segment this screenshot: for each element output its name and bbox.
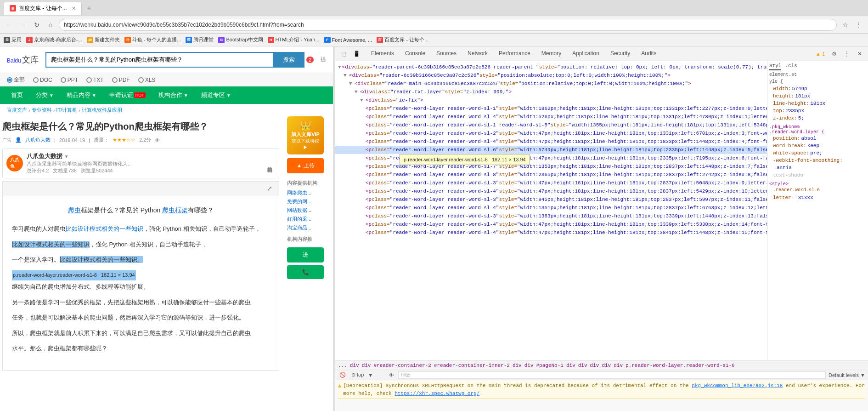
- html-line-21[interactable]: <p class= "reader-word-layer reader-word…: [335, 228, 767, 237]
- bc-div3[interactable]: div: [513, 363, 522, 368]
- bookmark-fontawesome[interactable]: F Font Awesome, ...: [324, 37, 372, 43]
- progress-btn[interactable]: 进: [287, 247, 324, 263]
- html-line-16[interactable]: <p class= "reader-word-layer reader-word…: [335, 187, 767, 195]
- html-line-14[interactable]: <p class= "reader-word-layer reader-word…: [335, 171, 767, 179]
- breadcrumb-professional[interactable]: 专业资料: [32, 107, 52, 114]
- breadcrumb-it[interactable]: IT/计算机: [56, 107, 77, 114]
- bc-div2[interactable]: div: [362, 363, 371, 368]
- bookmark-jd[interactable]: J 京东商城-商家后台-...: [26, 36, 82, 43]
- bc-div9[interactable]: div: [614, 363, 623, 368]
- html-line-5[interactable]: ▼ <div class= "ie-fix" >: [335, 96, 767, 104]
- phone-btn[interactable]: 📞: [287, 265, 324, 279]
- sidebar-item-2[interactable]: 免费的网...: [287, 197, 324, 206]
- tab-network[interactable]: Network: [462, 47, 493, 61]
- console-top-arrow[interactable]: ▼: [368, 372, 373, 378]
- nav-cert[interactable]: 申请认证 HOT: [103, 86, 152, 104]
- bookmark-tencent[interactable]: 腾 腾讯课堂: [186, 36, 214, 43]
- filter-all[interactable]: 全部: [7, 76, 25, 84]
- upload-shortcut[interactable]: 提: [321, 56, 326, 63]
- html-line-7[interactable]: <p class= "reader-word-layer reader-word…: [335, 113, 767, 121]
- sidebar-item-1[interactable]: 网络爬虫...: [287, 188, 324, 197]
- bc-pageno1[interactable]: #pageNo-1: [536, 363, 564, 368]
- expand-btn[interactable]: ⤢: [264, 183, 275, 194]
- bookmark-folder[interactable]: 📁 新建文件夹: [87, 36, 120, 43]
- address-bar[interactable]: [59, 19, 837, 31]
- bc-div7[interactable]: div: [590, 363, 599, 368]
- tab-memory[interactable]: Memory: [536, 47, 567, 61]
- console-clear-btn[interactable]: 🚫: [338, 372, 347, 378]
- refresh-btn[interactable]: ↻: [31, 19, 42, 30]
- console-top-btn[interactable]: ⊙ top: [350, 372, 365, 378]
- doc-author[interactable]: 八爪鱼大数: [25, 137, 51, 143]
- breadcrumb-home[interactable]: 百度文库: [7, 107, 27, 114]
- nav-channel[interactable]: 频道专区 ▼: [195, 86, 237, 104]
- nav-premium[interactable]: 精品内容 ▼: [60, 86, 103, 104]
- menu-btn[interactable]: ⋮: [853, 19, 864, 30]
- browser-tab-active[interactable]: B 百度文库 - 让每个... ✕: [4, 2, 82, 15]
- bookmark-douyu[interactable]: 斗 斗鱼 - 每个人的直播...: [124, 36, 181, 43]
- html-line-17[interactable]: <p class= "reader-word-layer reader-word…: [335, 195, 767, 204]
- tab-close-btn[interactable]: ✕: [72, 6, 76, 11]
- nav-partner[interactable]: 机构合作 ▼: [152, 86, 195, 104]
- devtools-settings-btn[interactable]: ⚙: [829, 48, 840, 59]
- breadcrumb-software[interactable]: 计算机软件及应用: [82, 107, 122, 114]
- upload-btn[interactable]: ▲ 上传: [287, 158, 324, 173]
- nav-home[interactable]: 首页: [5, 86, 29, 104]
- bc-div1[interactable]: div: [350, 363, 359, 368]
- tab-console[interactable]: Console: [400, 47, 431, 61]
- warning-link2[interactable]: https://xhr.spec.whatwg.org/: [395, 391, 479, 396]
- styles-tab-cls[interactable]: .cls: [785, 63, 797, 70]
- tab-performance[interactable]: Performance: [493, 47, 536, 61]
- html-line-1[interactable]: ▼ <div class= "reader-parent-6c39b3166c8…: [335, 63, 767, 71]
- devtools-more-btn[interactable]: ⋮: [841, 48, 852, 59]
- new-tab-btn[interactable]: +: [84, 3, 95, 14]
- html-line-9[interactable]: <p class= "reader-word-layer reader-word…: [335, 129, 767, 137]
- html-line-2[interactable]: ▼ <div class= "reader-6c39b3166c85ec3a87…: [335, 71, 767, 80]
- bookmark-apps[interactable]: ⊞ 应用: [4, 36, 22, 43]
- filter-xls[interactable]: XLS: [138, 77, 156, 83]
- devtools-inspect-btn[interactable]: ⬚: [338, 48, 349, 59]
- html-line-19[interactable]: <p class= "reader-word-layer reader-word…: [335, 212, 767, 220]
- home-btn[interactable]: ⌂: [45, 19, 56, 30]
- wenku-search-button[interactable]: 搜索: [273, 52, 304, 68]
- tab-sources[interactable]: Sources: [431, 47, 462, 61]
- bc-reader-inner2[interactable]: #reader-container-inner-2: [434, 363, 510, 368]
- filter-ppt[interactable]: PPT: [61, 77, 78, 83]
- devtools-device-btn[interactable]: 📱: [351, 48, 362, 59]
- html-line-8[interactable]: <p class= "reader-word-layer reader-word…: [335, 121, 767, 129]
- bookmark-btn[interactable]: ☆: [840, 19, 851, 30]
- bc-p-reader[interactable]: p.reader-word-layer.reader-word-s1-6: [626, 363, 735, 368]
- console-eye-btn[interactable]: 👁: [388, 372, 395, 378]
- tab-security[interactable]: Security: [605, 47, 636, 61]
- bc-div5[interactable]: div: [566, 363, 575, 368]
- tab-audits[interactable]: Audits: [636, 47, 662, 61]
- bc-div6[interactable]: div: [578, 363, 587, 368]
- bookmark-html[interactable]: H HTML介绍 - Yuan...: [268, 36, 320, 43]
- wenku-search-input[interactable]: [45, 52, 273, 68]
- styles-tab-styles[interactable]: Styl: [769, 63, 781, 70]
- html-line-10[interactable]: <p class= "reader-word-layer reader-word…: [335, 137, 767, 146]
- html-line-4[interactable]: ▼ <div class= "reader-txt-layer" style= …: [335, 88, 767, 96]
- bc-div8[interactable]: div: [602, 363, 611, 368]
- html-line-20[interactable]: <p class= "reader-word-layer reader-word…: [335, 220, 767, 228]
- filter-doc[interactable]: DOC: [33, 77, 52, 83]
- html-line-11-selected[interactable]: <p class= "reader-word-layer reader-word…: [335, 146, 767, 154]
- html-line-18[interactable]: <p class= "reader-word-layer reader-word…: [335, 204, 767, 212]
- vip-card[interactable]: 👑 加入文库VIP 获取下载特权 ▶: [287, 116, 324, 154]
- default-levels[interactable]: Default levels ▼: [829, 372, 865, 378]
- bc-reader-container2[interactable]: #reader-container-2: [373, 363, 431, 368]
- forward-btn[interactable]: →: [17, 19, 28, 30]
- filter-txt[interactable]: TXT: [86, 77, 104, 83]
- html-line-6[interactable]: <p class= "reader-word-layer reader-word…: [335, 104, 767, 113]
- console-filter-input[interactable]: [398, 371, 826, 379]
- html-line-3[interactable]: ▼ <div class= "reader-main-6c39b3166c85e…: [335, 80, 767, 88]
- sidebar-item-4[interactable]: 好用的采...: [287, 215, 324, 223]
- sidebar-item-3[interactable]: 网站数据...: [287, 206, 324, 215]
- bookmark-bootstrap[interactable]: B Bootstrap中文网: [218, 36, 263, 43]
- nav-category[interactable]: 分类 ▼: [29, 86, 60, 104]
- devtools-close-btn[interactable]: ✕: [854, 48, 865, 59]
- back-btn[interactable]: ←: [4, 19, 15, 30]
- tab-elements[interactable]: Elements: [366, 47, 400, 61]
- tab-application[interactable]: Application: [567, 47, 605, 61]
- filter-pdf[interactable]: PDF: [112, 77, 130, 83]
